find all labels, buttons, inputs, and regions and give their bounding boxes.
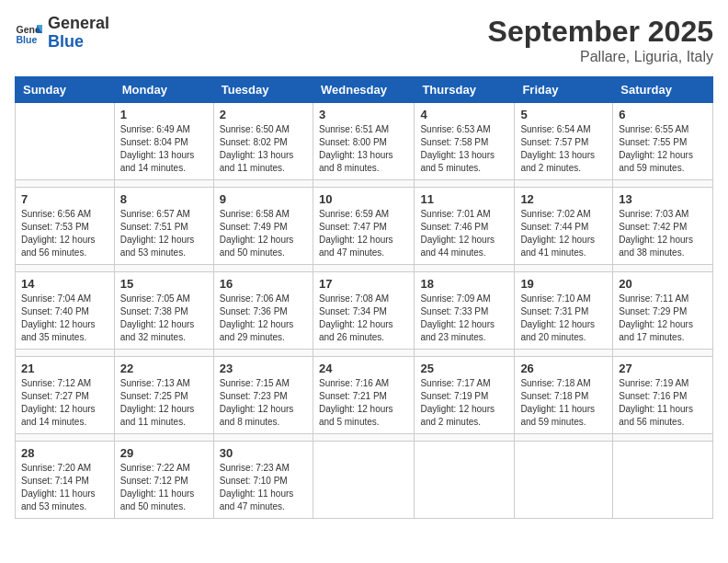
day-info: Sunrise: 7:15 AM Sunset: 7:23 PM Dayligh… (220, 377, 307, 429)
day-number: 17 (319, 277, 408, 291)
calendar-cell: 26Sunrise: 7:18 AM Sunset: 7:18 PM Dayli… (515, 357, 613, 434)
day-info: Sunrise: 6:58 AM Sunset: 7:49 PM Dayligh… (220, 208, 307, 259)
week-separator-cell (613, 265, 713, 272)
week-separator-cell (213, 265, 313, 272)
week-separator-cell (415, 265, 515, 272)
calendar-cell: 15Sunrise: 7:05 AM Sunset: 7:38 PM Dayli… (114, 272, 213, 350)
week-separator-cell (213, 180, 313, 188)
calendar-cell: 29Sunrise: 7:22 AM Sunset: 7:12 PM Dayli… (114, 442, 213, 519)
day-number: 12 (520, 192, 607, 206)
calendar-cell: 6Sunrise: 6:55 AM Sunset: 7:55 PM Daylig… (613, 103, 713, 180)
calendar-cell: 25Sunrise: 7:17 AM Sunset: 7:19 PM Dayli… (415, 357, 515, 434)
weekday-header-monday: Monday (114, 77, 213, 103)
day-info: Sunrise: 6:49 AM Sunset: 8:04 PM Dayligh… (120, 123, 208, 175)
location-title: Pallare, Liguria, Italy (488, 49, 713, 65)
week-separator-cell (16, 434, 115, 442)
week-separator-row (16, 350, 713, 357)
day-info: Sunrise: 7:12 AM Sunset: 7:27 PM Dayligh… (21, 377, 108, 429)
calendar-cell (313, 442, 414, 519)
calendar-cell: 12Sunrise: 7:02 AM Sunset: 7:44 PM Dayli… (515, 188, 613, 265)
calendar-cell: 17Sunrise: 7:08 AM Sunset: 7:34 PM Dayli… (313, 272, 414, 350)
calendar-cell: 11Sunrise: 7:01 AM Sunset: 7:46 PM Dayli… (415, 188, 515, 265)
calendar-cell: 22Sunrise: 7:13 AM Sunset: 7:25 PM Dayli… (114, 357, 213, 434)
day-info: Sunrise: 7:13 AM Sunset: 7:25 PM Dayligh… (120, 377, 208, 429)
day-info: Sunrise: 7:09 AM Sunset: 7:33 PM Dayligh… (420, 293, 508, 344)
calendar-table: SundayMondayTuesdayWednesdayThursdayFrid… (15, 76, 713, 519)
day-number: 6 (619, 108, 707, 121)
week-separator-cell (313, 350, 414, 357)
calendar-cell: 4Sunrise: 6:53 AM Sunset: 7:58 PM Daylig… (415, 103, 515, 180)
calendar-cell: 7Sunrise: 6:56 AM Sunset: 7:53 PM Daylig… (16, 188, 115, 265)
calendar-cell: 21Sunrise: 7:12 AM Sunset: 7:27 PM Dayli… (16, 357, 115, 434)
weekday-header-tuesday: Tuesday (213, 77, 313, 103)
calendar-cell (415, 442, 515, 519)
day-info: Sunrise: 7:22 AM Sunset: 7:12 PM Dayligh… (120, 462, 208, 513)
logo-blue-text: Blue (48, 33, 109, 52)
day-number: 3 (319, 108, 408, 121)
calendar-week-row: 28Sunrise: 7:20 AM Sunset: 7:14 PM Dayli… (16, 442, 713, 519)
calendar-cell: 23Sunrise: 7:15 AM Sunset: 7:23 PM Dayli… (213, 357, 313, 434)
day-number: 21 (21, 362, 108, 375)
weekday-header-thursday: Thursday (415, 77, 515, 103)
month-title: September 2025 (488, 15, 713, 49)
day-number: 30 (220, 446, 307, 460)
week-separator-cell (114, 180, 213, 188)
day-info: Sunrise: 7:20 AM Sunset: 7:14 PM Dayligh… (21, 462, 108, 513)
calendar-cell: 18Sunrise: 7:09 AM Sunset: 7:33 PM Dayli… (415, 272, 515, 350)
calendar-cell: 3Sunrise: 6:51 AM Sunset: 8:00 PM Daylig… (313, 103, 414, 180)
day-number: 26 (520, 362, 607, 375)
day-number: 15 (120, 277, 208, 291)
week-separator-cell (415, 434, 515, 442)
day-info: Sunrise: 7:19 AM Sunset: 7:16 PM Dayligh… (619, 377, 707, 429)
logo: General Blue General Blue (15, 15, 109, 52)
week-separator-cell (415, 180, 515, 188)
day-number: 20 (619, 277, 707, 291)
week-separator-cell (114, 434, 213, 442)
day-number: 28 (21, 446, 108, 460)
week-separator-cell (313, 265, 414, 272)
day-info: Sunrise: 7:17 AM Sunset: 7:19 PM Dayligh… (420, 377, 508, 429)
logo-general-text: General (48, 15, 109, 33)
calendar-cell: 8Sunrise: 6:57 AM Sunset: 7:51 PM Daylig… (114, 188, 213, 265)
day-number: 1 (120, 108, 208, 121)
week-separator-cell (213, 350, 313, 357)
week-separator-cell (515, 434, 613, 442)
weekday-header-friday: Friday (515, 77, 613, 103)
day-info: Sunrise: 6:56 AM Sunset: 7:53 PM Dayligh… (21, 208, 108, 259)
calendar-cell: 27Sunrise: 7:19 AM Sunset: 7:16 PM Dayli… (613, 357, 713, 434)
day-number: 25 (420, 362, 508, 375)
week-separator-cell (114, 350, 213, 357)
day-info: Sunrise: 7:10 AM Sunset: 7:31 PM Dayligh… (520, 293, 607, 344)
week-separator-cell (313, 434, 414, 442)
day-number: 8 (120, 192, 208, 206)
day-info: Sunrise: 7:11 AM Sunset: 7:29 PM Dayligh… (619, 293, 707, 344)
day-info: Sunrise: 7:04 AM Sunset: 7:40 PM Dayligh… (21, 293, 108, 344)
day-info: Sunrise: 6:50 AM Sunset: 8:02 PM Dayligh… (220, 123, 307, 175)
day-number: 11 (420, 192, 508, 206)
day-number: 9 (220, 192, 307, 206)
day-info: Sunrise: 7:16 AM Sunset: 7:21 PM Dayligh… (319, 377, 408, 429)
calendar-cell (613, 442, 713, 519)
day-number: 16 (220, 277, 307, 291)
day-number: 22 (120, 362, 208, 375)
week-separator-cell (415, 350, 515, 357)
calendar-cell: 19Sunrise: 7:10 AM Sunset: 7:31 PM Dayli… (515, 272, 613, 350)
day-info: Sunrise: 7:03 AM Sunset: 7:42 PM Dayligh… (619, 208, 707, 259)
day-info: Sunrise: 7:02 AM Sunset: 7:44 PM Dayligh… (520, 208, 607, 259)
week-separator-cell (613, 434, 713, 442)
week-separator-cell (613, 180, 713, 188)
day-info: Sunrise: 6:59 AM Sunset: 7:47 PM Dayligh… (319, 208, 408, 259)
weekday-header-saturday: Saturday (613, 77, 713, 103)
day-info: Sunrise: 7:05 AM Sunset: 7:38 PM Dayligh… (120, 293, 208, 344)
calendar-cell: 1Sunrise: 6:49 AM Sunset: 8:04 PM Daylig… (114, 103, 213, 180)
day-info: Sunrise: 6:53 AM Sunset: 7:58 PM Dayligh… (420, 123, 508, 175)
calendar-cell (515, 442, 613, 519)
day-info: Sunrise: 6:54 AM Sunset: 7:57 PM Dayligh… (520, 123, 607, 175)
week-separator-cell (16, 350, 115, 357)
day-number: 10 (319, 192, 408, 206)
day-number: 23 (220, 362, 307, 375)
day-info: Sunrise: 7:01 AM Sunset: 7:46 PM Dayligh… (420, 208, 508, 259)
day-info: Sunrise: 6:57 AM Sunset: 7:51 PM Dayligh… (120, 208, 208, 259)
week-separator-row (16, 434, 713, 442)
day-number: 2 (220, 108, 307, 121)
